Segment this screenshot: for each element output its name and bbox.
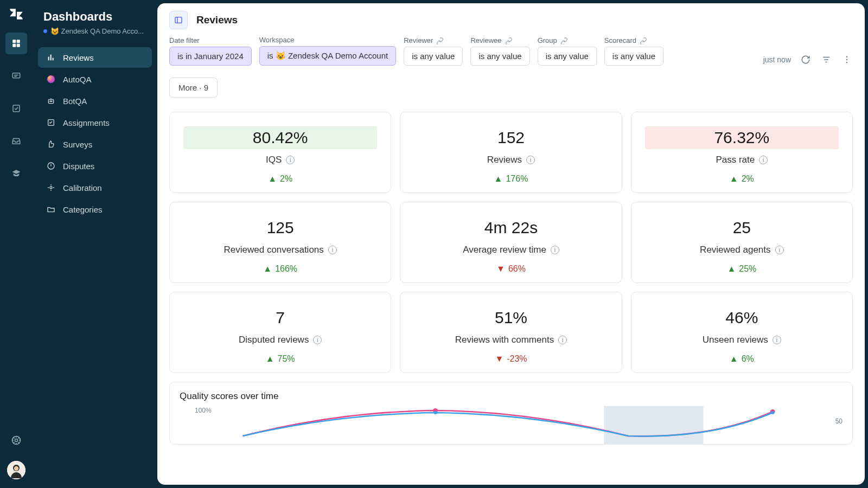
info-icon[interactable]: i (551, 246, 559, 254)
sidebar-item-assignments[interactable]: Assignments (38, 112, 152, 133)
filter-actions: just now (763, 54, 853, 66)
metric-value-wrap: 125 (183, 216, 377, 239)
svg-point-10 (14, 466, 18, 471)
rail-learn[interactable] (5, 163, 27, 184)
metric-label: Reviewed agentsi (700, 245, 783, 255)
metric-label: Average review timei (463, 245, 559, 255)
filter-group: Group is any value (538, 36, 597, 66)
filter-label: Reviewee (470, 36, 529, 44)
filter-scorecard: Scorecard is any value (604, 36, 663, 66)
titlebar: Reviews (157, 3, 865, 35)
svg-rect-13 (53, 58, 54, 61)
rail-dashboards[interactable] (5, 33, 27, 54)
metric-label: Pass ratei (716, 155, 768, 165)
rail-tasks[interactable] (5, 98, 27, 119)
link-icon (505, 37, 513, 44)
metric-card[interactable]: 7Disputed reviewsi▲75% (169, 292, 391, 373)
bot-icon (46, 95, 56, 106)
arrow-up-icon: ▲ (727, 264, 736, 274)
link-icon (640, 37, 647, 44)
rail-inbox[interactable] (5, 130, 27, 152)
filter-workspace-value[interactable]: is 😺 Zendesk QA Demo Account (259, 46, 396, 66)
metric-label: Disputed reviewsi (239, 335, 322, 345)
svg-rect-11 (48, 57, 49, 61)
chart-title: Quality scores over time (180, 391, 843, 402)
breadcrumb[interactable]: 😺 Zendesk QA Demo Acco... (38, 27, 152, 35)
sidebar-item-categories[interactable]: Categories (38, 199, 152, 220)
metric-value-wrap: 51% (414, 306, 608, 329)
bar-chart-icon (46, 52, 56, 63)
more-filters-chip[interactable]: More · 9 (169, 78, 218, 98)
info-icon[interactable]: i (775, 246, 784, 254)
metric-card[interactable]: 152Reviewsi▲176% (400, 112, 622, 193)
info-icon[interactable]: i (526, 156, 535, 164)
info-icon[interactable]: i (773, 336, 781, 344)
metric-card[interactable]: 46%Unseen reviewsi▲6% (631, 292, 853, 373)
metric-value: 76.32% (645, 129, 839, 147)
sidebar-item-surveys[interactable]: Surveys (38, 134, 152, 155)
main-panel: Reviews Date filter is in January 2024 W… (157, 3, 865, 485)
collapse-sidebar-button[interactable] (169, 11, 188, 29)
filter-reviewee: Reviewee is any value (470, 36, 529, 66)
sidebar-item-autoqa[interactable]: AutoQA (38, 69, 152, 89)
user-avatar[interactable] (7, 461, 25, 479)
sidebar-item-calibration[interactable]: Calibration (38, 177, 152, 198)
metric-card[interactable]: 125Reviewed conversationsi▲166% (169, 202, 391, 283)
svg-rect-0 (12, 40, 16, 43)
svg-point-15 (50, 101, 50, 101)
metric-card[interactable]: 25Reviewed agentsi▲25% (631, 202, 853, 283)
metric-card[interactable]: 51%Reviews with commentsi▼-23% (400, 292, 622, 373)
status-dot-icon (43, 29, 47, 33)
svg-point-26 (433, 411, 437, 414)
info-icon[interactable]: i (313, 336, 322, 344)
info-icon[interactable]: i (286, 156, 295, 164)
metric-value-wrap: 80.42% (183, 126, 377, 149)
metric-card[interactable]: 80.42%IQSi▲2% (169, 112, 391, 193)
refresh-button[interactable] (800, 54, 812, 66)
filter-bar: Date filter is in January 2024 Workspace… (157, 35, 865, 66)
sidebar-item-botqa[interactable]: BotQA (38, 91, 152, 111)
filter-label: Date filter (169, 36, 252, 44)
filter-scorecard-value[interactable]: is any value (604, 47, 663, 66)
metric-delta: ▲6% (730, 354, 754, 364)
sidebar-item-label: Calibration (63, 183, 102, 192)
checklist-icon (46, 117, 56, 128)
chart-area: 100% 50 (180, 406, 843, 444)
info-icon[interactable]: i (558, 336, 567, 344)
info-icon[interactable]: i (759, 156, 768, 164)
metric-value-wrap: 152 (414, 126, 608, 149)
filter-reviewer: Reviewer is any value (404, 36, 463, 66)
metric-value: 80.42% (183, 129, 377, 147)
filter-icon-button[interactable] (820, 54, 832, 66)
svg-point-28 (771, 411, 775, 414)
arrow-up-icon: ▲ (268, 174, 277, 184)
thumbs-up-icon (46, 139, 56, 150)
rail-chat[interactable] (5, 65, 27, 87)
metric-delta: ▼66% (496, 264, 526, 274)
sidebar-item-reviews[interactable]: Reviews (38, 47, 152, 68)
metric-delta: ▲166% (263, 264, 297, 274)
metric-delta: ▲2% (268, 174, 292, 184)
arrow-up-icon: ▲ (730, 354, 738, 364)
svg-rect-20 (175, 17, 182, 23)
more-menu-button[interactable] (841, 54, 853, 66)
filter-group-value[interactable]: is any value (538, 47, 597, 66)
filter-reviewee-value[interactable]: is any value (470, 47, 529, 66)
rail-help[interactable] (5, 429, 27, 451)
info-icon[interactable]: i (328, 246, 337, 254)
filter-label: Group (538, 36, 597, 44)
chart-card: Quality scores over time 100% 50 (169, 382, 853, 445)
sidebar-item-disputes[interactable]: Disputes (38, 156, 152, 176)
content-scroll[interactable]: More · 9 80.42%IQSi▲2%152Reviewsi▲176%76… (157, 66, 865, 485)
filter-date-value[interactable]: is in January 2024 (169, 47, 252, 66)
metric-label: Reviewsi (487, 155, 535, 165)
zendesk-logo (9, 7, 24, 22)
arrow-up-icon: ▲ (266, 354, 275, 364)
svg-rect-5 (13, 105, 20, 112)
metric-label: Unseen reviewsi (703, 335, 781, 345)
sidebar-nav: Reviews AutoQA BotQA Assignments Surveys… (38, 47, 152, 220)
metric-delta: ▲75% (266, 354, 295, 364)
filter-reviewer-value[interactable]: is any value (404, 47, 463, 66)
metric-card[interactable]: 4m 22sAverage review timei▼66% (400, 202, 622, 283)
metric-card[interactable]: 76.32%Pass ratei▲2% (631, 112, 853, 193)
